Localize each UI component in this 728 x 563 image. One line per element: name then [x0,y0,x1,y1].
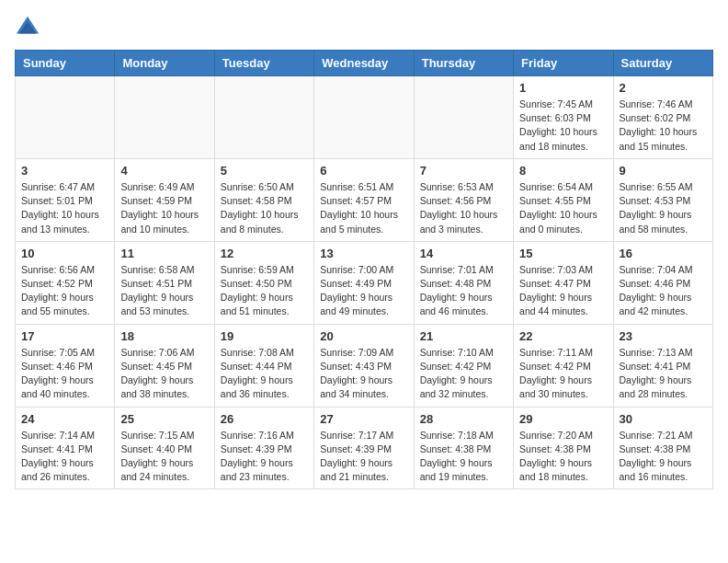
day-info: Sunrise: 7:01 AM Sunset: 4:48 PM Dayligh… [420,263,507,319]
calendar-cell [414,76,513,159]
weekday-header-friday: Friday [514,51,613,76]
day-number: 2 [620,81,707,95]
day-number: 19 [221,329,308,343]
day-number: 15 [519,247,607,260]
day-number: 13 [320,247,407,260]
day-number: 24 [21,412,108,426]
calendar-cell: 6Sunrise: 6:51 AM Sunset: 4:57 PM Daylig… [314,158,414,241]
day-info: Sunrise: 7:08 AM Sunset: 4:44 PM Dayligh… [221,346,308,402]
day-info: Sunrise: 7:10 AM Sunset: 4:42 PM Dayligh… [420,346,507,402]
calendar-cell [16,76,115,159]
day-number: 30 [620,412,707,426]
calendar-cell: 15Sunrise: 7:03 AM Sunset: 4:47 PM Dayli… [514,241,613,324]
calendar-cell: 1Sunrise: 7:45 AM Sunset: 6:03 PM Daylig… [514,76,613,159]
calendar-cell: 25Sunrise: 7:15 AM Sunset: 4:40 PM Dayli… [115,407,214,489]
calendar-cell: 30Sunrise: 7:21 AM Sunset: 4:38 PM Dayli… [613,407,712,489]
day-number: 10 [21,247,108,260]
day-info: Sunrise: 7:05 AM Sunset: 4:46 PM Dayligh… [21,346,108,402]
day-info: Sunrise: 7:15 AM Sunset: 4:40 PM Dayligh… [120,429,208,485]
day-info: Sunrise: 7:46 AM Sunset: 6:02 PM Dayligh… [620,98,707,154]
day-number: 28 [420,412,507,426]
day-info: Sunrise: 7:16 AM Sunset: 4:39 PM Dayligh… [221,429,308,485]
weekday-header-wednesday: Wednesday [314,51,414,76]
weekday-header-sunday: Sunday [16,51,115,76]
day-number: 29 [519,412,607,426]
calendar-week-1: 1Sunrise: 7:45 AM Sunset: 6:03 PM Daylig… [16,76,713,159]
calendar-cell: 11Sunrise: 6:58 AM Sunset: 4:51 PM Dayli… [115,241,214,324]
day-info: Sunrise: 7:06 AM Sunset: 4:45 PM Dayligh… [120,346,208,402]
day-number: 17 [21,329,108,343]
calendar-cell: 10Sunrise: 6:56 AM Sunset: 4:52 PM Dayli… [16,241,115,324]
day-info: Sunrise: 6:58 AM Sunset: 4:51 PM Dayligh… [120,263,208,319]
day-info: Sunrise: 7:00 AM Sunset: 4:49 PM Dayligh… [320,263,407,319]
day-number: 1 [519,81,607,95]
day-info: Sunrise: 6:53 AM Sunset: 4:56 PM Dayligh… [420,180,507,236]
calendar-cell: 28Sunrise: 7:18 AM Sunset: 4:38 PM Dayli… [414,407,513,489]
calendar-cell: 29Sunrise: 7:20 AM Sunset: 4:38 PM Dayli… [514,407,613,489]
calendar-cell: 18Sunrise: 7:06 AM Sunset: 4:45 PM Dayli… [115,324,214,407]
calendar-cell [314,76,414,159]
day-info: Sunrise: 7:20 AM Sunset: 4:38 PM Dayligh… [519,429,607,485]
calendar-cell: 9Sunrise: 6:55 AM Sunset: 4:53 PM Daylig… [613,158,712,241]
calendar-cell: 12Sunrise: 6:59 AM Sunset: 4:50 PM Dayli… [214,241,313,324]
weekday-header-thursday: Thursday [414,51,513,76]
calendar-week-3: 10Sunrise: 6:56 AM Sunset: 4:52 PM Dayli… [16,241,713,324]
day-info: Sunrise: 7:17 AM Sunset: 4:39 PM Dayligh… [320,429,407,485]
day-number: 26 [221,412,308,426]
day-info: Sunrise: 6:47 AM Sunset: 5:01 PM Dayligh… [21,180,108,236]
day-info: Sunrise: 6:49 AM Sunset: 4:59 PM Dayligh… [120,180,208,236]
calendar-cell [115,76,214,159]
day-info: Sunrise: 7:03 AM Sunset: 4:47 PM Dayligh… [519,263,607,319]
calendar-cell: 5Sunrise: 6:50 AM Sunset: 4:58 PM Daylig… [214,158,313,241]
day-number: 21 [420,329,507,343]
day-info: Sunrise: 7:45 AM Sunset: 6:03 PM Dayligh… [519,98,607,154]
calendar-cell: 4Sunrise: 6:49 AM Sunset: 4:59 PM Daylig… [115,158,214,241]
day-number: 9 [620,164,707,178]
day-number: 16 [620,247,707,260]
day-info: Sunrise: 7:13 AM Sunset: 4:41 PM Dayligh… [620,346,707,402]
calendar-cell: 2Sunrise: 7:46 AM Sunset: 6:02 PM Daylig… [613,76,712,159]
weekday-header-tuesday: Tuesday [214,51,313,76]
day-info: Sunrise: 6:51 AM Sunset: 4:57 PM Dayligh… [320,180,407,236]
day-number: 22 [519,329,607,343]
day-number: 27 [320,412,407,426]
day-info: Sunrise: 7:14 AM Sunset: 4:41 PM Dayligh… [21,429,108,485]
day-info: Sunrise: 6:50 AM Sunset: 4:58 PM Dayligh… [221,180,308,236]
day-info: Sunrise: 7:04 AM Sunset: 4:46 PM Dayligh… [620,263,707,319]
calendar-cell: 26Sunrise: 7:16 AM Sunset: 4:39 PM Dayli… [214,407,313,489]
day-number: 25 [120,412,208,426]
calendar-cell: 16Sunrise: 7:04 AM Sunset: 4:46 PM Dayli… [613,241,712,324]
day-number: 5 [221,164,308,178]
calendar-week-5: 24Sunrise: 7:14 AM Sunset: 4:41 PM Dayli… [16,407,713,489]
calendar-cell: 20Sunrise: 7:09 AM Sunset: 4:43 PM Dayli… [314,324,414,407]
calendar-week-2: 3Sunrise: 6:47 AM Sunset: 5:01 PM Daylig… [16,158,713,241]
day-info: Sunrise: 7:21 AM Sunset: 4:38 PM Dayligh… [620,429,707,485]
day-number: 12 [221,247,308,260]
calendar-cell: 21Sunrise: 7:10 AM Sunset: 4:42 PM Dayli… [414,324,513,407]
calendar-cell: 27Sunrise: 7:17 AM Sunset: 4:39 PM Dayli… [314,407,414,489]
weekday-header-monday: Monday [115,51,214,76]
calendar-cell: 22Sunrise: 7:11 AM Sunset: 4:42 PM Dayli… [514,324,613,407]
calendar-cell: 8Sunrise: 6:54 AM Sunset: 4:55 PM Daylig… [514,158,613,241]
day-number: 11 [120,247,208,260]
calendar-cell: 24Sunrise: 7:14 AM Sunset: 4:41 PM Dayli… [16,407,115,489]
logo [15,15,44,40]
calendar-cell: 19Sunrise: 7:08 AM Sunset: 4:44 PM Dayli… [214,324,313,407]
day-info: Sunrise: 7:18 AM Sunset: 4:38 PM Dayligh… [420,429,507,485]
calendar-table: SundayMondayTuesdayWednesdayThursdayFrid… [15,50,713,489]
calendar-week-4: 17Sunrise: 7:05 AM Sunset: 4:46 PM Dayli… [16,324,713,407]
day-number: 6 [320,164,407,178]
day-number: 18 [120,329,208,343]
day-number: 7 [420,164,507,178]
calendar-cell: 3Sunrise: 6:47 AM Sunset: 5:01 PM Daylig… [16,158,115,241]
day-info: Sunrise: 7:09 AM Sunset: 4:43 PM Dayligh… [320,346,407,402]
day-number: 23 [620,329,707,343]
calendar-cell: 23Sunrise: 7:13 AM Sunset: 4:41 PM Dayli… [613,324,712,407]
day-info: Sunrise: 6:55 AM Sunset: 4:53 PM Dayligh… [620,180,707,236]
calendar-cell: 7Sunrise: 6:53 AM Sunset: 4:56 PM Daylig… [414,158,513,241]
day-info: Sunrise: 6:56 AM Sunset: 4:52 PM Dayligh… [21,263,108,319]
calendar-cell: 14Sunrise: 7:01 AM Sunset: 4:48 PM Dayli… [414,241,513,324]
day-info: Sunrise: 6:59 AM Sunset: 4:50 PM Dayligh… [221,263,308,319]
calendar-cell [214,76,313,159]
day-info: Sunrise: 6:54 AM Sunset: 4:55 PM Dayligh… [519,180,607,236]
